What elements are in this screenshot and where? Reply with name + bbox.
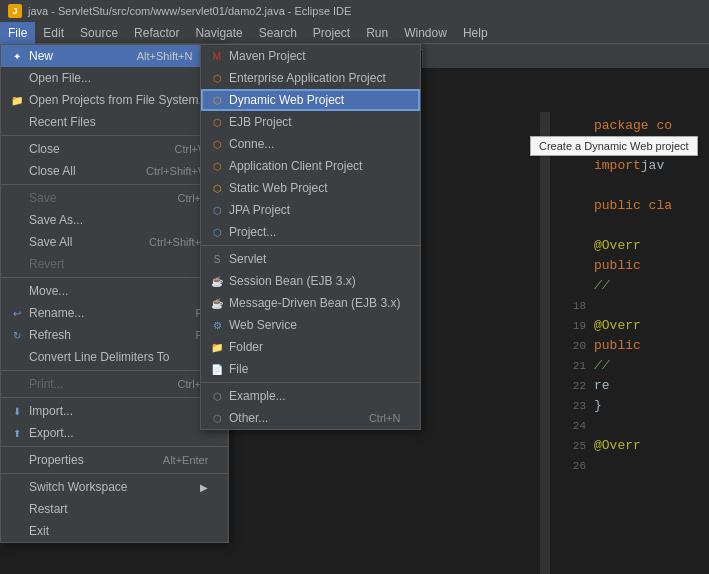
menu-entry-other[interactable]: ⬡ Other... Ctrl+N — [201, 407, 420, 429]
menu-entry-servlet[interactable]: S Servlet — [201, 248, 420, 270]
code-line: 20 public — [558, 336, 701, 356]
separator — [1, 277, 228, 278]
menu-entry-project[interactable]: ⬡ Project... — [201, 221, 420, 243]
connector-label: Conne... — [229, 137, 400, 151]
menu-entry-web-service[interactable]: ⚙ Web Service — [201, 314, 420, 336]
open-projects-icon: 📁 — [9, 92, 25, 108]
open-file-label: Open File... — [29, 71, 208, 85]
move-icon — [9, 283, 25, 299]
menu-entry-file[interactable]: 📄 File — [201, 358, 420, 380]
menu-entry-open-projects[interactable]: 📁 Open Projects from File System... — [1, 89, 228, 111]
restart-label: Restart — [29, 502, 208, 516]
message-driven-label: Message-Driven Bean (EJB 3.x) — [229, 296, 400, 310]
menu-help[interactable]: Help — [455, 22, 496, 44]
menu-source[interactable]: Source — [72, 22, 126, 44]
menu-edit[interactable]: Edit — [35, 22, 72, 44]
print-icon — [9, 376, 25, 392]
menu-entry-message-driven[interactable]: ☕ Message-Driven Bean (EJB 3.x) — [201, 292, 420, 314]
properties-shortcut: Alt+Enter — [163, 454, 209, 466]
menu-entry-jpa-project[interactable]: ⬡ JPA Project — [201, 199, 420, 221]
ejb-project-icon: ⬡ — [209, 114, 225, 130]
menu-window[interactable]: Window — [396, 22, 455, 44]
menu-entry-export[interactable]: ⬆ Export... — [1, 422, 228, 444]
menu-entry-new[interactable]: ✦ New Alt+Shift+N ▶ — [1, 45, 228, 67]
code-line: 21 // — [558, 356, 701, 376]
menu-entry-static-web[interactable]: ⬡ Static Web Project — [201, 177, 420, 199]
save-icon — [9, 190, 25, 206]
menu-entry-refresh[interactable]: ↻ Refresh F5 — [1, 324, 228, 346]
menu-entry-save-as[interactable]: Save As... — [1, 209, 228, 231]
code-line: 24 — [558, 416, 701, 436]
maven-project-label: Maven Project — [229, 49, 400, 63]
menu-entry-folder[interactable]: 📁 Folder — [201, 336, 420, 358]
menu-entry-open-file[interactable]: Open File... — [1, 67, 228, 89]
menu-entry-maven-project[interactable]: M Maven Project — [201, 45, 420, 67]
menu-entry-properties[interactable]: Properties Alt+Enter — [1, 449, 228, 471]
menu-entry-convert[interactable]: Convert Line Delimiters To ▶ — [1, 346, 228, 368]
code-line: import jav — [558, 156, 701, 176]
dynamic-web-label: Dynamic Web Project — [229, 93, 400, 107]
new-label: New — [29, 49, 117, 63]
dynamic-web-icon: ⬡ — [209, 92, 225, 108]
separator — [201, 382, 420, 383]
menu-entry-app-client[interactable]: ⬡ Application Client Project — [201, 155, 420, 177]
close-all-label: Close All — [29, 164, 126, 178]
menu-entry-ejb-project[interactable]: ⬡ EJB Project — [201, 111, 420, 133]
code-line: // — [558, 276, 701, 296]
menu-refactor[interactable]: Refactor — [126, 22, 187, 44]
menu-entry-switch-workspace[interactable]: Switch Workspace ▶ — [1, 476, 228, 498]
servlet-label: Servlet — [229, 252, 400, 266]
menu-entry-rename[interactable]: ↩ Rename... F2 — [1, 302, 228, 324]
open-projects-label: Open Projects from File System... — [29, 93, 208, 107]
enterprise-app-icon: ⬡ — [209, 70, 225, 86]
rename-icon: ↩ — [9, 305, 25, 321]
tooltip: Create a Dynamic Web project — [530, 136, 698, 156]
folder-icon: 📁 — [209, 339, 225, 355]
recent-files-label: Recent Files — [29, 115, 192, 129]
convert-icon — [9, 349, 25, 365]
menu-entry-close-all[interactable]: Close All Ctrl+Shift+W — [1, 160, 228, 182]
menu-entry-connector[interactable]: ⬡ Conne... — [201, 133, 420, 155]
menu-entry-example[interactable]: ⬡ Example... — [201, 385, 420, 407]
restart-icon — [9, 501, 25, 517]
code-line: package co — [558, 116, 701, 136]
menu-entry-recent-files[interactable]: Recent Files ▶ — [1, 111, 228, 133]
exit-label: Exit — [29, 524, 208, 538]
properties-icon — [9, 452, 25, 468]
menu-project[interactable]: Project — [305, 22, 358, 44]
other-label: Other... — [229, 411, 349, 425]
menu-entry-enterprise-app[interactable]: ⬡ Enterprise Application Project — [201, 67, 420, 89]
servlet-icon: S — [209, 251, 225, 267]
import-icon: ⬇ — [9, 403, 25, 419]
menu-entry-session-bean[interactable]: ☕ Session Bean (EJB 3.x) — [201, 270, 420, 292]
separator — [1, 184, 228, 185]
menu-navigate[interactable]: Navigate — [187, 22, 250, 44]
jpa-project-label: JPA Project — [229, 203, 400, 217]
exit-icon — [9, 523, 25, 539]
menu-entry-save-all[interactable]: Save All Ctrl+Shift+S — [1, 231, 228, 253]
menu-entry-move[interactable]: Move... — [1, 280, 228, 302]
move-label: Move... — [29, 284, 208, 298]
save-as-icon — [9, 212, 25, 228]
menu-search[interactable]: Search — [251, 22, 305, 44]
menu-entry-restart[interactable]: Restart — [1, 498, 228, 520]
separator — [1, 135, 228, 136]
menu-entry-close[interactable]: Close Ctrl+W — [1, 138, 228, 160]
menu-entry-exit[interactable]: Exit — [1, 520, 228, 542]
menu-entry-save: Save Ctrl+S — [1, 187, 228, 209]
menu-entry-dynamic-web[interactable]: ⬡ Dynamic Web Project — [201, 89, 420, 111]
file-dropdown-menu: ✦ New Alt+Shift+N ▶ Open File... 📁 Open … — [0, 44, 229, 543]
session-bean-label: Session Bean (EJB 3.x) — [229, 274, 400, 288]
menu-file[interactable]: File — [0, 22, 35, 44]
connector-icon: ⬡ — [209, 136, 225, 152]
code-editor[interactable]: package co import jav public cla @Overr … — [550, 112, 709, 574]
code-line: @Overr — [558, 236, 701, 256]
session-bean-icon: ☕ — [209, 273, 225, 289]
web-service-label: Web Service — [229, 318, 400, 332]
menu-entry-import[interactable]: ⬇ Import... — [1, 400, 228, 422]
rename-label: Rename... — [29, 306, 176, 320]
window-title: java - ServletStu/src/com/www/servlet01/… — [28, 5, 351, 17]
menu-run[interactable]: Run — [358, 22, 396, 44]
switch-workspace-icon — [9, 479, 25, 495]
export-label: Export... — [29, 426, 208, 440]
